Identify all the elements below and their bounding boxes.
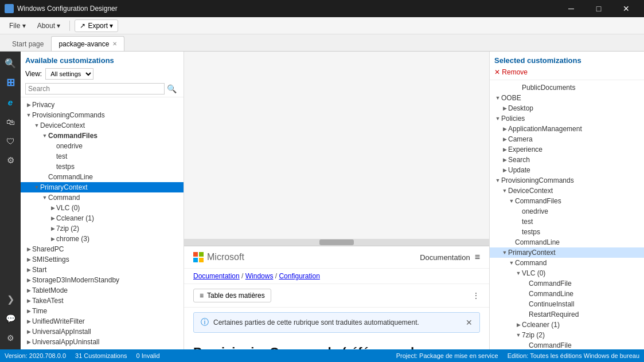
search-input[interactable] — [25, 83, 165, 95]
left-tree-item[interactable]: Privacy — [21, 100, 184, 110]
titlebar-controls: ─ □ ✕ — [558, 0, 639, 17]
right-tree-item[interactable]: DeviceContext — [490, 186, 644, 196]
settings-icon[interactable]: ⚙ — [1, 151, 19, 170]
right-tree-item[interactable]: Search — [490, 155, 644, 165]
breadcrumb-configuration[interactable]: Configuration — [279, 272, 319, 280]
right-tree-item[interactable]: RestartRequired — [490, 309, 644, 320]
menu-icon[interactable]: ≡ — [475, 252, 480, 262]
layers-icon[interactable]: ⊞ — [1, 73, 19, 92]
edge-icon[interactable]: e — [1, 93, 19, 111]
store-icon[interactable]: 🛍 — [1, 112, 19, 131]
right-tree-item[interactable]: CommandFile — [490, 278, 644, 289]
right-tree-item[interactable]: ContinueInstall — [490, 299, 644, 309]
left-tree-item[interactable]: UniversalAppUninstall — [21, 337, 184, 347]
left-tree-item[interactable]: Start — [21, 265, 184, 275]
left-tree-item[interactable]: SharedPC — [21, 244, 184, 254]
doc-pane: Microsoft Documentation ≡ Documentation … — [184, 246, 489, 349]
left-tree-item[interactable]: Time — [21, 306, 184, 316]
right-tree: PublicDocumentsOOBEDesktopPoliciesApplic… — [490, 80, 644, 349]
left-tree-item[interactable]: testps — [21, 162, 184, 172]
tab-close-icon[interactable]: ✕ — [112, 41, 117, 47]
about-menu[interactable]: About ▾ — [33, 19, 65, 32]
left-tree-item[interactable]: CommandFiles — [21, 131, 184, 141]
right-tree-item[interactable]: Desktop — [490, 103, 644, 113]
right-tree-item[interactable]: onedrive — [490, 206, 644, 217]
tab-start-page[interactable]: Start page — [5, 36, 51, 51]
tab-package-avance[interactable]: package-avance ✕ — [51, 36, 124, 51]
left-tree-item[interactable]: UnifiedWriteFilter — [21, 316, 184, 326]
export-icon: ↗ — [80, 22, 85, 30]
right-tree-item[interactable]: Command — [490, 258, 644, 268]
left-tree-item[interactable]: SMISettings — [21, 254, 184, 265]
export-button[interactable]: ↗ Export ▾ — [75, 19, 118, 32]
file-menu[interactable]: File ▾ — [5, 19, 30, 32]
right-tree-item[interactable]: 7zip (2) — [490, 330, 644, 340]
export-label: Export ▾ — [88, 22, 113, 30]
toc-label: Table des matières — [207, 292, 265, 300]
right-tree-item[interactable]: testps — [490, 227, 644, 237]
remove-button[interactable]: ✕ Remove — [490, 67, 644, 80]
app-icon — [5, 4, 14, 13]
alert-close-button[interactable]: ✕ — [466, 318, 473, 327]
breadcrumb-windows[interactable]: Windows — [245, 272, 274, 280]
right-tree-item[interactable]: Camera — [490, 134, 644, 144]
right-tree-item[interactable]: PrimaryContext — [490, 247, 644, 258]
gear2-icon[interactable]: ⚙ — [1, 329, 19, 347]
ms-sq-red — [193, 252, 198, 257]
left-tree-item[interactable]: 7zip (2) — [21, 223, 184, 234]
search-button[interactable]: 🔍 — [165, 83, 179, 95]
left-tree-item[interactable]: UsbErrorsOEMOverride — [21, 347, 184, 349]
maximize-button[interactable]: □ — [586, 0, 612, 17]
right-tree-item[interactable]: ProvisioningCommands — [490, 175, 644, 186]
right-tree-item[interactable]: CommandLine — [490, 237, 644, 247]
status-edition: Edition: Toutes les éditions Windows de … — [508, 352, 639, 359]
left-tree-item[interactable]: Command — [21, 192, 184, 203]
toc-more-icon[interactable]: ⋮ — [472, 291, 480, 300]
left-tree-item[interactable]: TakeATest — [21, 296, 184, 306]
left-tree-item[interactable]: Ccleaner (1) — [21, 213, 184, 223]
status-customizations: 31 Customizations — [75, 352, 127, 359]
view-select[interactable]: All settings — [45, 68, 93, 80]
right-tree-item[interactable]: Policies — [490, 113, 644, 124]
statusbar: Version: 2020.708.0.0 31 Customizations … — [0, 349, 644, 362]
ms-sq-blue — [193, 258, 198, 262]
left-tree-item[interactable]: DeviceContext — [21, 120, 184, 131]
right-tree-item[interactable]: Update — [490, 165, 644, 175]
right-tree-item[interactable]: PublicDocuments — [490, 82, 644, 93]
left-tree-item[interactable]: PrimaryContext — [21, 182, 184, 192]
selected-customizations-panel: Selected customizations ✕ Remove PublicD… — [489, 52, 644, 349]
left-tree-item[interactable]: onedrive — [21, 141, 184, 151]
right-tree-item[interactable]: Ccleaner (1) — [490, 320, 644, 330]
right-tree-item[interactable]: VLC (0) — [490, 268, 644, 278]
search-icon[interactable]: 🔍 — [1, 54, 19, 72]
left-tree-item[interactable]: TabletMode — [21, 285, 184, 296]
expand-icon[interactable]: ❯ — [1, 290, 19, 308]
close-button[interactable]: ✕ — [613, 0, 639, 17]
left-tree-item[interactable]: CommandLine — [21, 172, 184, 182]
right-tree-item[interactable]: ApplicationManagement — [490, 124, 644, 134]
speech-icon[interactable]: 💬 — [1, 309, 19, 328]
shield-icon[interactable]: 🛡 — [1, 132, 19, 150]
horizontal-scrollbar[interactable] — [184, 239, 489, 246]
left-tree-item[interactable]: chrome (3) — [21, 234, 184, 244]
right-tree-item[interactable]: test — [490, 217, 644, 227]
minimize-button[interactable]: ─ — [558, 0, 584, 17]
breadcrumb-sep1: / — [241, 272, 245, 280]
view-row: View: All settings — [21, 67, 184, 83]
left-tree-item[interactable]: ProvisioningCommands — [21, 110, 184, 120]
toc-button[interactable]: ≡ Table des matières — [193, 289, 271, 302]
right-tree-item[interactable]: CommandFiles — [490, 196, 644, 206]
right-tree-item[interactable]: Experience — [490, 144, 644, 155]
left-tree-item[interactable]: StorageD3InModernStandby — [21, 275, 184, 285]
app-title: Windows Configuration Designer — [17, 5, 118, 13]
right-tree-item[interactable]: OOBE — [490, 93, 644, 103]
tab-start-label: Start page — [12, 40, 44, 48]
search-row: 🔍 — [21, 83, 184, 97]
left-tree-item[interactable]: VLC (0) — [21, 203, 184, 213]
left-tree-item[interactable]: UniversalAppInstall — [21, 326, 184, 337]
breadcrumb-documentation[interactable]: Documentation — [193, 272, 240, 280]
right-tree-item[interactable]: CommandLine — [490, 289, 644, 299]
left-tree-item[interactable]: test — [21, 151, 184, 162]
right-tree-item[interactable]: CommandFile — [490, 340, 644, 349]
center-top — [184, 52, 489, 246]
